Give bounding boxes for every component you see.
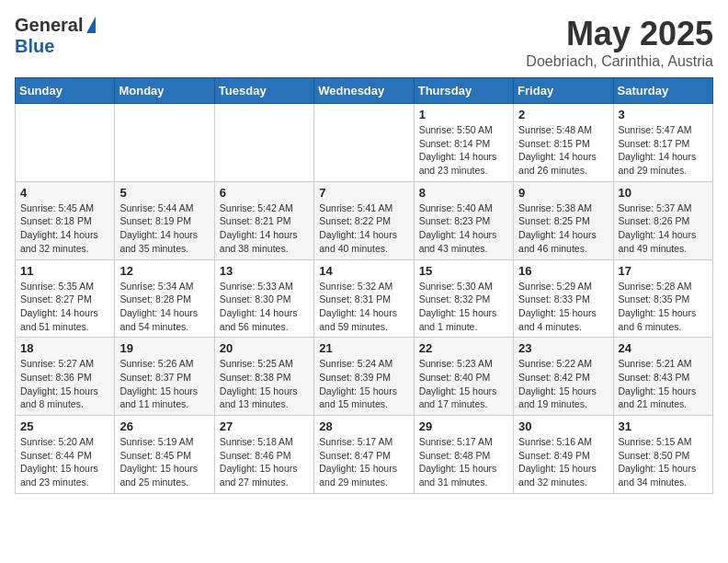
day-info: Sunrise: 5:32 AM Sunset: 8:31 PM Dayligh… <box>319 280 408 334</box>
calendar-week-row: 25Sunrise: 5:20 AM Sunset: 8:44 PM Dayli… <box>16 416 713 494</box>
day-info: Sunrise: 5:16 AM Sunset: 8:49 PM Dayligh… <box>518 435 608 489</box>
day-info: Sunrise: 5:21 AM Sunset: 8:43 PM Dayligh… <box>619 357 708 411</box>
calendar-day-cell <box>16 104 115 182</box>
day-number: 3 <box>619 108 708 121</box>
logo-triangle-icon <box>86 17 96 33</box>
day-number: 15 <box>419 264 508 278</box>
day-number: 21 <box>319 341 408 355</box>
calendar-day-cell: 23Sunrise: 5:22 AM Sunset: 8:42 PM Dayli… <box>514 338 613 416</box>
calendar-day-cell: 3Sunrise: 5:47 AM Sunset: 8:17 PM Daylig… <box>613 104 712 182</box>
day-number: 27 <box>220 419 309 433</box>
title-block: May 2025 Doebriach, Carinthia, Austria <box>526 15 713 70</box>
day-number: 31 <box>619 419 708 433</box>
day-info: Sunrise: 5:28 AM Sunset: 8:35 PM Dayligh… <box>619 280 708 334</box>
calendar-day-cell: 5Sunrise: 5:44 AM Sunset: 8:19 PM Daylig… <box>115 181 214 259</box>
day-number: 19 <box>119 341 209 355</box>
day-number: 30 <box>518 419 608 433</box>
day-number: 1 <box>419 108 508 121</box>
day-info: Sunrise: 5:20 AM Sunset: 8:44 PM Dayligh… <box>20 435 109 489</box>
day-of-week-header: Wednesday <box>314 78 414 104</box>
day-number: 13 <box>220 264 309 278</box>
day-number: 24 <box>619 341 708 355</box>
day-number: 28 <box>319 419 408 433</box>
day-number: 10 <box>619 186 708 200</box>
calendar-subtitle: Doebriach, Carinthia, Austria <box>526 53 713 70</box>
day-info: Sunrise: 5:34 AM Sunset: 8:28 PM Dayligh… <box>119 280 209 334</box>
day-number: 16 <box>518 264 608 278</box>
day-info: Sunrise: 5:29 AM Sunset: 8:33 PM Dayligh… <box>518 280 608 334</box>
calendar-header-row: SundayMondayTuesdayWednesdayThursdayFrid… <box>16 78 713 104</box>
day-number: 18 <box>20 341 109 355</box>
day-info: Sunrise: 5:17 AM Sunset: 8:47 PM Dayligh… <box>319 435 408 489</box>
day-number: 12 <box>119 264 209 278</box>
day-info: Sunrise: 5:35 AM Sunset: 8:27 PM Dayligh… <box>20 280 109 334</box>
calendar-day-cell <box>115 104 214 182</box>
day-info: Sunrise: 5:22 AM Sunset: 8:42 PM Dayligh… <box>518 357 608 411</box>
calendar-day-cell: 18Sunrise: 5:27 AM Sunset: 8:36 PM Dayli… <box>16 338 115 416</box>
calendar-day-cell: 10Sunrise: 5:37 AM Sunset: 8:26 PM Dayli… <box>613 181 712 259</box>
page-header: General Blue May 2025 Doebriach, Carinth… <box>15 15 713 70</box>
calendar-day-cell: 31Sunrise: 5:15 AM Sunset: 8:50 PM Dayli… <box>613 416 712 494</box>
calendar-day-cell: 30Sunrise: 5:16 AM Sunset: 8:49 PM Dayli… <box>514 416 613 494</box>
day-number: 22 <box>419 341 508 355</box>
calendar-day-cell: 1Sunrise: 5:50 AM Sunset: 8:14 PM Daylig… <box>414 104 513 182</box>
calendar-day-cell: 8Sunrise: 5:40 AM Sunset: 8:23 PM Daylig… <box>414 181 513 259</box>
day-of-week-header: Thursday <box>414 78 513 104</box>
calendar-week-row: 4Sunrise: 5:45 AM Sunset: 8:18 PM Daylig… <box>16 181 713 259</box>
day-info: Sunrise: 5:33 AM Sunset: 8:30 PM Dayligh… <box>220 280 309 334</box>
calendar-table: SundayMondayTuesdayWednesdayThursdayFrid… <box>15 77 713 494</box>
day-info: Sunrise: 5:47 AM Sunset: 8:17 PM Dayligh… <box>619 123 708 178</box>
day-of-week-header: Friday <box>514 78 613 104</box>
calendar-day-cell <box>314 104 414 182</box>
day-number: 23 <box>518 341 608 355</box>
day-of-week-header: Saturday <box>613 78 712 104</box>
day-number: 5 <box>119 186 209 200</box>
day-info: Sunrise: 5:30 AM Sunset: 8:32 PM Dayligh… <box>419 280 508 334</box>
day-info: Sunrise: 5:50 AM Sunset: 8:14 PM Dayligh… <box>419 123 508 178</box>
calendar-title: May 2025 <box>526 15 713 53</box>
day-info: Sunrise: 5:37 AM Sunset: 8:26 PM Dayligh… <box>619 201 708 256</box>
day-number: 7 <box>319 186 408 200</box>
day-of-week-header: Sunday <box>16 78 115 104</box>
day-info: Sunrise: 5:41 AM Sunset: 8:22 PM Dayligh… <box>319 201 408 256</box>
day-info: Sunrise: 5:27 AM Sunset: 8:36 PM Dayligh… <box>20 357 109 411</box>
day-number: 20 <box>220 341 309 355</box>
calendar-day-cell: 22Sunrise: 5:23 AM Sunset: 8:40 PM Dayli… <box>414 338 513 416</box>
calendar-day-cell: 4Sunrise: 5:45 AM Sunset: 8:18 PM Daylig… <box>16 181 115 259</box>
day-of-week-header: Tuesday <box>214 78 313 104</box>
calendar-day-cell: 28Sunrise: 5:17 AM Sunset: 8:47 PM Dayli… <box>314 416 414 494</box>
day-info: Sunrise: 5:40 AM Sunset: 8:23 PM Dayligh… <box>419 201 508 256</box>
calendar-week-row: 11Sunrise: 5:35 AM Sunset: 8:27 PM Dayli… <box>16 259 713 338</box>
day-number: 4 <box>20 186 109 200</box>
day-number: 26 <box>119 419 209 433</box>
logo-blue-text: Blue <box>15 36 54 57</box>
calendar-day-cell: 26Sunrise: 5:19 AM Sunset: 8:45 PM Dayli… <box>115 416 214 494</box>
calendar-day-cell: 6Sunrise: 5:42 AM Sunset: 8:21 PM Daylig… <box>214 181 313 259</box>
day-info: Sunrise: 5:44 AM Sunset: 8:19 PM Dayligh… <box>119 201 209 256</box>
calendar-day-cell: 27Sunrise: 5:18 AM Sunset: 8:46 PM Dayli… <box>214 416 313 494</box>
day-info: Sunrise: 5:48 AM Sunset: 8:15 PM Dayligh… <box>518 123 608 178</box>
day-info: Sunrise: 5:25 AM Sunset: 8:38 PM Dayligh… <box>220 357 309 411</box>
day-number: 8 <box>419 186 508 200</box>
calendar-day-cell: 19Sunrise: 5:26 AM Sunset: 8:37 PM Dayli… <box>115 338 214 416</box>
calendar-day-cell: 7Sunrise: 5:41 AM Sunset: 8:22 PM Daylig… <box>314 181 414 259</box>
calendar-day-cell: 9Sunrise: 5:38 AM Sunset: 8:25 PM Daylig… <box>514 181 613 259</box>
day-info: Sunrise: 5:23 AM Sunset: 8:40 PM Dayligh… <box>419 357 508 411</box>
day-number: 2 <box>518 108 608 121</box>
day-info: Sunrise: 5:42 AM Sunset: 8:21 PM Dayligh… <box>220 201 309 256</box>
calendar-day-cell: 2Sunrise: 5:48 AM Sunset: 8:15 PM Daylig… <box>514 104 613 182</box>
calendar-day-cell: 12Sunrise: 5:34 AM Sunset: 8:28 PM Dayli… <box>115 259 214 338</box>
day-info: Sunrise: 5:26 AM Sunset: 8:37 PM Dayligh… <box>119 357 209 411</box>
calendar-day-cell: 24Sunrise: 5:21 AM Sunset: 8:43 PM Dayli… <box>613 338 712 416</box>
day-number: 25 <box>20 419 109 433</box>
day-info: Sunrise: 5:15 AM Sunset: 8:50 PM Dayligh… <box>619 435 708 489</box>
day-info: Sunrise: 5:17 AM Sunset: 8:48 PM Dayligh… <box>419 435 508 489</box>
calendar-day-cell: 25Sunrise: 5:20 AM Sunset: 8:44 PM Dayli… <box>16 416 115 494</box>
day-info: Sunrise: 5:24 AM Sunset: 8:39 PM Dayligh… <box>319 357 408 411</box>
calendar-day-cell: 16Sunrise: 5:29 AM Sunset: 8:33 PM Dayli… <box>514 259 613 338</box>
calendar-day-cell: 29Sunrise: 5:17 AM Sunset: 8:48 PM Dayli… <box>414 416 513 494</box>
logo: General Blue <box>15 15 96 57</box>
logo-general-text: General <box>15 15 83 36</box>
day-info: Sunrise: 5:38 AM Sunset: 8:25 PM Dayligh… <box>518 201 608 256</box>
calendar-day-cell: 13Sunrise: 5:33 AM Sunset: 8:30 PM Dayli… <box>214 259 313 338</box>
